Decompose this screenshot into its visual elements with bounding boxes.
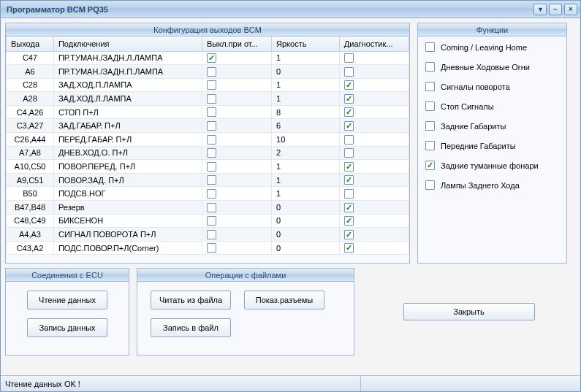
checkbox-diag[interactable]	[344, 175, 354, 185]
cell-diag[interactable]	[339, 146, 409, 160]
cell-brightness[interactable]: 1	[272, 78, 340, 92]
col-off[interactable]: Выкл.при от...	[202, 36, 271, 51]
cell-brightness[interactable]: 0	[272, 241, 340, 255]
checkbox-diag[interactable]	[344, 135, 354, 145]
cell-off[interactable]	[202, 228, 271, 242]
checkbox-off[interactable]	[207, 175, 216, 185]
cell-brightness[interactable]: 0	[272, 228, 340, 242]
cell-off[interactable]	[202, 92, 271, 106]
cell-diag[interactable]	[339, 228, 409, 242]
function-item[interactable]: Coming / Leaving Home	[425, 42, 559, 52]
table-row[interactable]: C47ПР.ТУМАН./ЗАДН.Л.ЛАМПА1	[7, 51, 409, 65]
cell-off[interactable]	[202, 78, 271, 92]
col-connection[interactable]: Подключения	[53, 36, 202, 51]
table-row[interactable]: A7,A8ДНЕВ.ХОД.О. П+Л2	[7, 146, 409, 160]
checkbox-diag[interactable]	[344, 67, 354, 77]
function-item[interactable]: Задние Габариты	[425, 121, 559, 131]
table-row[interactable]: C43,A2ПОДС.ПОВОР.П+Л(Corner)0	[7, 241, 409, 255]
table-row[interactable]: C28ЗАД.ХОД.П.ЛАМПА1	[7, 78, 409, 92]
table-row[interactable]: C48,C49БИКСЕНОН0	[7, 214, 409, 228]
checkbox-diag[interactable]	[344, 216, 354, 226]
cell-brightness[interactable]: 0	[272, 214, 340, 228]
checkbox-off[interactable]	[207, 162, 216, 172]
checkbox-off[interactable]	[207, 189, 216, 199]
cell-off[interactable]	[202, 133, 271, 147]
cell-diag[interactable]	[339, 78, 409, 92]
function-item[interactable]: Лампы Заднего Хода	[425, 180, 559, 190]
read-file-button[interactable]: Читать из файла	[151, 291, 231, 310]
checkbox-off[interactable]	[207, 148, 216, 158]
checkbox-off[interactable]	[207, 216, 216, 226]
cell-off[interactable]	[202, 173, 271, 187]
function-checkbox[interactable]	[425, 121, 435, 131]
cell-brightness[interactable]: 1	[272, 160, 340, 174]
write-file-button[interactable]: Запись в файл	[151, 318, 231, 337]
function-item[interactable]: Дневные Ходовые Огни	[425, 62, 559, 72]
table-row[interactable]: A6ПР.ТУМАН./ЗАДН.П.ЛАМПА0	[7, 65, 409, 79]
titlebar[interactable]: Программатор BCM PQ35 ▾ − ×	[1, 1, 580, 18]
cell-brightness[interactable]: 8	[272, 105, 340, 119]
cell-off[interactable]	[202, 187, 271, 201]
function-checkbox[interactable]	[425, 101, 435, 111]
cell-brightness[interactable]: 1	[272, 92, 340, 106]
checkbox-off[interactable]	[207, 203, 216, 212]
checkbox-off[interactable]	[207, 80, 216, 90]
cell-diag[interactable]	[339, 65, 409, 79]
close-window-button[interactable]: ×	[564, 4, 577, 15]
checkbox-off[interactable]	[207, 121, 216, 131]
cell-brightness[interactable]: 10	[272, 133, 340, 147]
table-row[interactable]: A9,C51ПОВОР.ЗАД. П+Л1	[7, 173, 409, 187]
table-row[interactable]: C4,A26СТОП П+Л8	[7, 105, 409, 119]
cell-diag[interactable]	[339, 51, 409, 65]
read-data-button[interactable]: Чтение данных	[27, 291, 107, 310]
cell-diag[interactable]	[339, 187, 409, 201]
cell-diag[interactable]	[339, 133, 409, 147]
table-row[interactable]: A4,A3СИГНАЛ ПОВОРОТА П+Л0	[7, 228, 409, 242]
checkbox-off[interactable]	[207, 135, 216, 145]
show-connectors-button[interactable]: Показ.разъемы	[244, 291, 324, 310]
checkbox-diag[interactable]	[344, 94, 354, 104]
cell-brightness[interactable]: 1	[272, 51, 340, 65]
cell-off[interactable]	[202, 214, 271, 228]
cell-brightness[interactable]: 6	[272, 119, 340, 133]
cell-brightness[interactable]: 2	[272, 146, 340, 160]
cell-diag[interactable]	[339, 119, 409, 133]
checkbox-off[interactable]	[207, 230, 216, 239]
function-item[interactable]: Стоп Сигналы	[425, 101, 559, 111]
function-item[interactable]: Передние Габариты	[425, 141, 559, 150]
cell-off[interactable]	[202, 105, 271, 119]
minimize-button[interactable]: ▾	[533, 4, 547, 15]
function-checkbox[interactable]	[425, 180, 435, 190]
checkbox-off[interactable]	[207, 67, 216, 77]
close-button[interactable]: Закрыть	[403, 303, 535, 320]
cell-diag[interactable]	[339, 92, 409, 106]
cell-diag[interactable]	[339, 160, 409, 174]
cell-off[interactable]	[202, 146, 271, 160]
function-checkbox[interactable]	[425, 161, 435, 170]
function-checkbox[interactable]	[425, 62, 435, 72]
function-checkbox[interactable]	[425, 42, 435, 52]
table-row[interactable]: B50ПОДСВ.НОГ1	[7, 187, 409, 201]
checkbox-diag[interactable]	[344, 121, 354, 131]
cell-diag[interactable]	[339, 214, 409, 228]
table-row[interactable]: A10,C50ПОВОР.ПЕРЕД. П+Л1	[7, 160, 409, 174]
checkbox-diag[interactable]	[344, 80, 354, 90]
checkbox-diag[interactable]	[344, 148, 354, 158]
table-row[interactable]: C26,A44ПЕРЕД.ГАБАР. П+Л10	[7, 133, 409, 147]
cell-off[interactable]	[202, 51, 271, 65]
function-item[interactable]: Задние туманные фонари	[425, 161, 559, 170]
cell-diag[interactable]	[339, 105, 409, 119]
checkbox-diag[interactable]	[344, 107, 354, 117]
cell-off[interactable]	[202, 160, 271, 174]
cell-brightness[interactable]: 0	[272, 201, 340, 215]
table-row[interactable]: A28ЗАД.ХОД.Л.ЛАМПА1	[7, 92, 409, 106]
checkbox-diag[interactable]	[344, 162, 354, 172]
checkbox-off[interactable]	[207, 243, 216, 253]
checkbox-diag[interactable]	[344, 189, 354, 199]
col-output[interactable]: Выхода	[7, 36, 54, 51]
table-row[interactable]: C3,A27ЗАД.ГАБАР. П+Л6	[7, 119, 409, 133]
checkbox-diag[interactable]	[344, 243, 354, 253]
col-diagnostics[interactable]: Диагностик...	[339, 36, 409, 51]
checkbox-diag[interactable]	[344, 203, 354, 212]
checkbox-diag[interactable]	[344, 230, 354, 239]
